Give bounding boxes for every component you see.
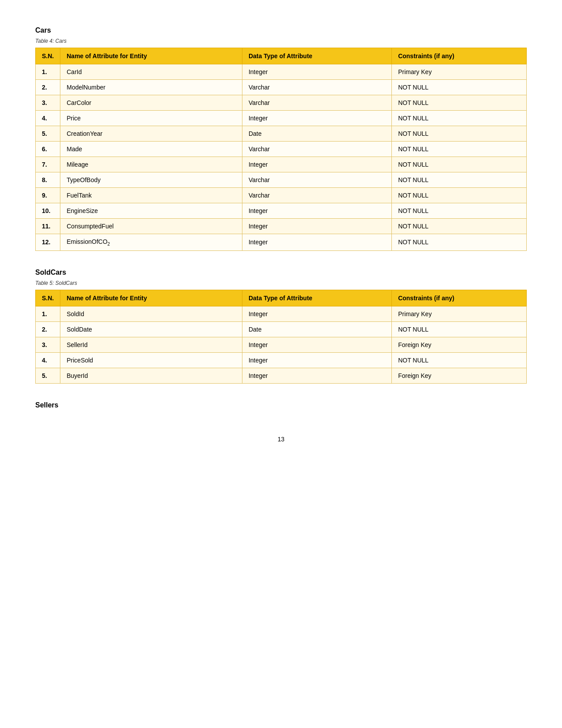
row-sn: 10.: [36, 203, 60, 219]
cars-header-sn: S.N.: [36, 48, 60, 64]
row-attribute-name: SoldDate: [60, 321, 242, 337]
row-attribute-name: FuelTank: [60, 188, 242, 203]
row-sn: 3.: [36, 337, 60, 352]
row-attribute-name: SellerId: [60, 337, 242, 352]
cars-header-name: Name of Attribute for Entity: [60, 48, 242, 64]
row-sn: 1.: [36, 306, 60, 321]
row-constraint: NOT NULL: [392, 188, 527, 203]
row-sn: 4.: [36, 111, 60, 126]
cars-header-constraint: Constraints (if any): [392, 48, 527, 64]
cars-table: S.N. Name of Attribute for Entity Data T…: [35, 48, 527, 251]
row-attribute-name: EmissionOfCO2: [60, 234, 242, 251]
sellers-section-title: Sellers: [35, 401, 527, 409]
row-data-type: Integer: [242, 306, 391, 321]
row-attribute-name: PriceSold: [60, 352, 242, 368]
row-constraint: NOT NULL: [392, 95, 527, 111]
row-data-type: Varchar: [242, 172, 391, 188]
row-sn: 1.: [36, 64, 60, 80]
sellers-section: Sellers: [35, 401, 527, 409]
soldcars-header-constraint: Constraints (if any): [392, 290, 527, 306]
row-constraint: NOT NULL: [392, 111, 527, 126]
cars-table-header-row: S.N. Name of Attribute for Entity Data T…: [36, 48, 527, 64]
table-row: 11.ConsumptedFuelIntegerNOT NULL: [36, 219, 527, 234]
page-number: 13: [35, 436, 527, 443]
row-sn: 4.: [36, 352, 60, 368]
row-sn: 3.: [36, 95, 60, 111]
row-data-type: Date: [242, 321, 391, 337]
table-row: 3.CarColorVarcharNOT NULL: [36, 95, 527, 111]
table-row: 4.PriceIntegerNOT NULL: [36, 111, 527, 126]
row-data-type: Integer: [242, 203, 391, 219]
row-attribute-name: EngineSize: [60, 203, 242, 219]
table-row: 12.EmissionOfCO2IntegerNOT NULL: [36, 234, 527, 251]
row-constraint: NOT NULL: [392, 172, 527, 188]
table-row: 1.SoldIdIntegerPrimary Key: [36, 306, 527, 321]
row-constraint: NOT NULL: [392, 157, 527, 172]
cars-section-title: Cars: [35, 26, 527, 34]
soldcars-section-title: SoldCars: [35, 269, 527, 276]
row-constraint: NOT NULL: [392, 80, 527, 95]
soldcars-table: S.N. Name of Attribute for Entity Data T…: [35, 290, 527, 384]
row-constraint: NOT NULL: [392, 234, 527, 251]
row-constraint: NOT NULL: [392, 321, 527, 337]
row-attribute-name: ConsumptedFuel: [60, 219, 242, 234]
row-data-type: Integer: [242, 219, 391, 234]
row-data-type: Integer: [242, 157, 391, 172]
row-constraint: NOT NULL: [392, 352, 527, 368]
row-sn: 12.: [36, 234, 60, 251]
row-data-type: Integer: [242, 111, 391, 126]
row-sn: 8.: [36, 172, 60, 188]
row-sn: 5.: [36, 126, 60, 142]
table-row: 1.CarIdIntegerPrimary Key: [36, 64, 527, 80]
table-row: 2.ModelNumberVarcharNOT NULL: [36, 80, 527, 95]
row-data-type: Integer: [242, 352, 391, 368]
row-sn: 6.: [36, 142, 60, 157]
row-attribute-name: CarColor: [60, 95, 242, 111]
table-row: 5.BuyerIdIntegerForeign Key: [36, 368, 527, 383]
row-sn: 7.: [36, 157, 60, 172]
row-attribute-name: ModelNumber: [60, 80, 242, 95]
soldcars-table-header-row: S.N. Name of Attribute for Entity Data T…: [36, 290, 527, 306]
row-sn: 5.: [36, 368, 60, 383]
soldcars-header-type: Data Type of Attribute: [242, 290, 391, 306]
cars-table-caption: Table 4: Cars: [35, 38, 527, 44]
row-attribute-name: Mileage: [60, 157, 242, 172]
row-sn: 2.: [36, 321, 60, 337]
row-attribute-name: CarId: [60, 64, 242, 80]
row-constraint: NOT NULL: [392, 126, 527, 142]
soldcars-section: SoldCars Table 5: SoldCars S.N. Name of …: [35, 269, 527, 384]
row-data-type: Integer: [242, 368, 391, 383]
table-row: 7.MileageIntegerNOT NULL: [36, 157, 527, 172]
table-row: 2.SoldDateDateNOT NULL: [36, 321, 527, 337]
table-row: 6.MadeVarcharNOT NULL: [36, 142, 527, 157]
table-row: 8.TypeOfBodyVarcharNOT NULL: [36, 172, 527, 188]
row-attribute-name: SoldId: [60, 306, 242, 321]
row-data-type: Integer: [242, 234, 391, 251]
soldcars-header-sn: S.N.: [36, 290, 60, 306]
row-data-type: Varchar: [242, 188, 391, 203]
row-attribute-name: BuyerId: [60, 368, 242, 383]
row-attribute-name: TypeOfBody: [60, 172, 242, 188]
cars-section: Cars Table 4: Cars S.N. Name of Attribut…: [35, 26, 527, 251]
row-data-type: Integer: [242, 64, 391, 80]
row-data-type: Varchar: [242, 80, 391, 95]
row-sn: 9.: [36, 188, 60, 203]
row-attribute-name: Price: [60, 111, 242, 126]
row-attribute-name: Made: [60, 142, 242, 157]
row-constraint: NOT NULL: [392, 142, 527, 157]
table-row: 9.FuelTankVarcharNOT NULL: [36, 188, 527, 203]
row-sn: 11.: [36, 219, 60, 234]
row-constraint: NOT NULL: [392, 219, 527, 234]
table-row: 4.PriceSoldIntegerNOT NULL: [36, 352, 527, 368]
row-constraint: Primary Key: [392, 306, 527, 321]
row-data-type: Varchar: [242, 142, 391, 157]
row-data-type: Date: [242, 126, 391, 142]
row-constraint: NOT NULL: [392, 203, 527, 219]
table-row: 10.EngineSizeIntegerNOT NULL: [36, 203, 527, 219]
row-data-type: Integer: [242, 337, 391, 352]
row-sn: 2.: [36, 80, 60, 95]
cars-header-type: Data Type of Attribute: [242, 48, 391, 64]
soldcars-table-caption: Table 5: SoldCars: [35, 280, 527, 286]
table-row: 3.SellerIdIntegerForeign Key: [36, 337, 527, 352]
row-data-type: Varchar: [242, 95, 391, 111]
